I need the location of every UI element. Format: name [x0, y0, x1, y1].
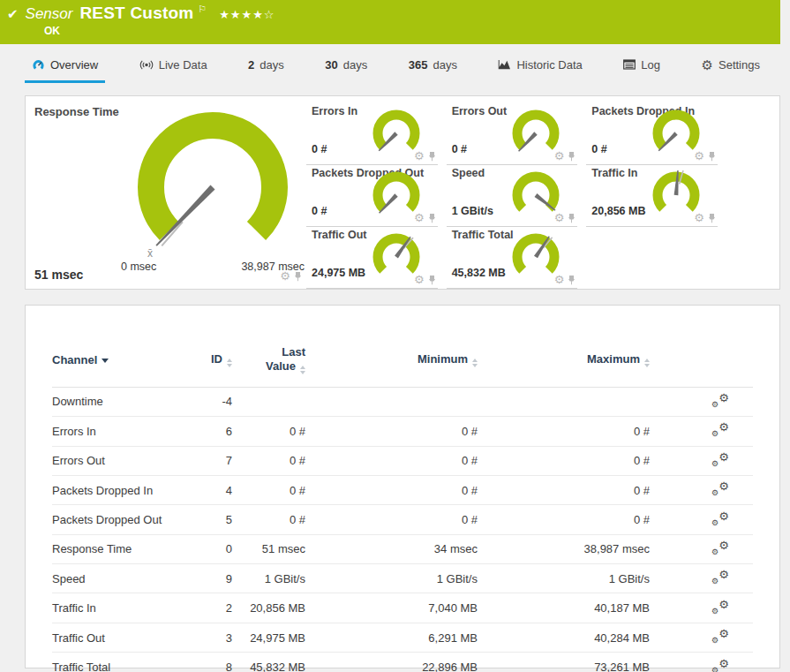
channel-settings-icon[interactable]: ⚙⚙	[711, 659, 729, 672]
pin-icon[interactable]	[567, 151, 576, 162]
channel-maximum: 73,261 MB	[478, 661, 650, 672]
mini-gauge-traffic-in: Traffic In 20,856 MB ⚙	[586, 165, 718, 227]
tab-overview[interactable]: Overview	[25, 44, 105, 85]
pin-icon[interactable]	[567, 213, 576, 223]
pin-icon[interactable]	[707, 151, 717, 162]
gauge-settings-icon[interactable]: ⚙	[694, 212, 704, 223]
channel-id: 7	[184, 454, 232, 467]
stars-filled: ★★★★	[219, 8, 264, 21]
tab-365-days[interactable]: 365 days	[402, 44, 464, 85]
table-row-packets-dropped-out: Packets Dropped Out 5 0 # 0 # 0 # ⚙⚙	[52, 505, 753, 534]
channel-maximum: 1 GBit/s	[478, 572, 650, 585]
gauge-average-label: x̄	[147, 247, 153, 260]
tab-365-days-label: days	[433, 58, 456, 72]
gauge-settings-icon[interactable]: ⚙	[414, 274, 425, 285]
tab-historic-data[interactable]: Historic Data	[491, 44, 589, 85]
channel-maximum: 0 #	[478, 513, 650, 526]
table-row-traffic-total: Traffic Total 8 45,832 MB 22,896 MB 73,2…	[52, 653, 753, 672]
tab-overview-label: Overview	[50, 58, 98, 72]
mini-gauge-value: 0 #	[591, 143, 606, 155]
table-row-traffic-in: Traffic In 2 20,856 MB 7,040 MB 40,187 M…	[52, 593, 753, 623]
gauge-settings-icon[interactable]: ⚙	[554, 212, 565, 223]
priority-flag-icon[interactable]: ⚐	[198, 4, 207, 15]
column-header-channel[interactable]: Channel	[52, 353, 184, 366]
column-header-minimum[interactable]: Minimum	[305, 352, 478, 367]
gauge-icon	[32, 59, 45, 71]
channel-name: Packets Dropped In	[52, 484, 184, 497]
channel-name: Traffic In	[52, 601, 184, 615]
mini-gauge-value: 0 #	[312, 205, 327, 217]
channel-name: Response Time	[52, 542, 184, 555]
tab-2-days-number: 2	[248, 58, 254, 72]
tab-historic-data-label: Historic Data	[516, 58, 582, 72]
channel-settings-icon[interactable]: ⚙⚙	[711, 452, 729, 467]
gauge-settings-icon[interactable]: ⚙	[554, 274, 565, 285]
tab-2-days[interactable]: 2 days	[241, 44, 291, 85]
channel-minimum: 34 msec	[305, 542, 478, 555]
channel-maximum: 38,987 msec	[478, 542, 650, 555]
channel-settings-icon[interactable]: ⚙⚙	[711, 481, 729, 496]
channel-settings-icon[interactable]: ⚙⚙	[711, 540, 729, 555]
response-time-gauge-title: Response Time	[34, 105, 119, 118]
column-header-id[interactable]: ID	[184, 352, 232, 367]
tab-log[interactable]: Log	[616, 44, 667, 85]
tab-2-days-label: days	[260, 58, 283, 72]
mini-gauge-title: Speed	[452, 167, 485, 179]
tab-live-data[interactable]: Live Data	[132, 44, 214, 85]
mini-gauge-errors-out: Errors Out 0 # ⚙	[447, 103, 578, 165]
channel-maximum: 40,284 MB	[478, 631, 650, 645]
column-header-last-value[interactable]: Last Value	[232, 345, 305, 374]
channel-last-value: 20,856 MB	[232, 601, 305, 615]
channel-maximum: 40,187 MB	[478, 601, 650, 615]
channel-last-value: 0 #	[232, 454, 305, 467]
sort-caret-icon	[102, 359, 109, 363]
mini-gauge-value: 24,975 MB	[312, 267, 365, 279]
gauge-settings-icon[interactable]: ⚙	[694, 150, 704, 162]
channel-name: Errors In	[52, 425, 184, 438]
object-kind-label: Sensor	[26, 5, 73, 23]
status-check-icon: ✔	[7, 6, 19, 22]
priority-stars[interactable]: ★★★★☆	[219, 8, 275, 21]
mini-gauge-title: Traffic In	[591, 167, 637, 179]
mini-gauge-errors-in: Errors In 0 # ⚙	[306, 103, 438, 165]
table-row-errors-in: Errors In 6 0 # 0 # 0 # ⚙⚙	[52, 417, 753, 446]
pin-icon[interactable]	[567, 275, 576, 285]
tab-settings[interactable]: ⚙ Settings	[695, 44, 767, 85]
gauge-settings-icon[interactable]: ⚙	[414, 212, 425, 223]
tab-30-days[interactable]: 30 days	[318, 44, 374, 85]
pin-icon[interactable]	[707, 213, 717, 223]
pin-icon[interactable]	[293, 271, 303, 282]
channel-minimum: 0 #	[305, 425, 478, 438]
channel-last-value: 24,975 MB	[232, 631, 305, 645]
tab-30-days-number: 30	[325, 58, 337, 72]
table-row-traffic-out: Traffic Out 3 24,975 MB 6,291 MB 40,284 …	[52, 623, 753, 653]
channel-settings-icon[interactable]: ⚙⚙	[711, 422, 729, 437]
tab-365-days-number: 365	[409, 58, 428, 72]
mini-gauge-packets-dropped-out: Packets Dropped Out 0 # ⚙	[306, 165, 438, 227]
response-time-gauge-section: Response Time x̄ 0 msec 38,987 msec 51 m…	[26, 96, 317, 289]
channel-last-value: 1 GBit/s	[232, 572, 305, 585]
mini-gauge-grid: Errors In 0 # ⚙ Errors Out 0 #	[306, 103, 718, 289]
gauge-settings-icon[interactable]: ⚙	[554, 150, 565, 162]
gauge-settings-icon[interactable]: ⚙	[414, 150, 425, 162]
mini-gauge-value: 1 GBit/s	[452, 205, 493, 217]
column-header-maximum[interactable]: Maximum	[478, 352, 650, 367]
pin-icon[interactable]	[427, 213, 437, 223]
channel-minimum: 0 #	[305, 513, 478, 526]
channel-settings-icon[interactable]: ⚙⚙	[711, 629, 729, 644]
response-time-value: 51 msec	[34, 268, 83, 282]
mini-gauge-traffic-total: Traffic Total 45,832 MB ⚙	[447, 227, 578, 289]
pin-icon[interactable]	[427, 275, 437, 285]
pin-icon[interactable]	[427, 151, 437, 162]
gauge-settings-icon[interactable]: ⚙	[280, 270, 290, 282]
channel-minimum: 7,040 MB	[305, 601, 478, 615]
sensor-overview-page: ✔ Sensor REST Custom ⚐ ★★★★☆ OK Overview	[0, 0, 790, 672]
channel-settings-icon[interactable]: ⚙⚙	[711, 600, 729, 615]
channel-name: Downtime	[52, 395, 184, 408]
mini-gauge-title: Traffic Out	[312, 229, 367, 241]
gauges-panel: Response Time x̄ 0 msec 38,987 msec 51 m…	[25, 95, 780, 290]
channel-settings-icon[interactable]: ⚙⚙	[711, 393, 729, 408]
table-row-packets-dropped-in: Packets Dropped In 4 0 # 0 # 0 # ⚙⚙	[52, 476, 753, 505]
channel-settings-icon[interactable]: ⚙⚙	[711, 570, 729, 585]
channel-settings-icon[interactable]: ⚙⚙	[711, 511, 729, 526]
